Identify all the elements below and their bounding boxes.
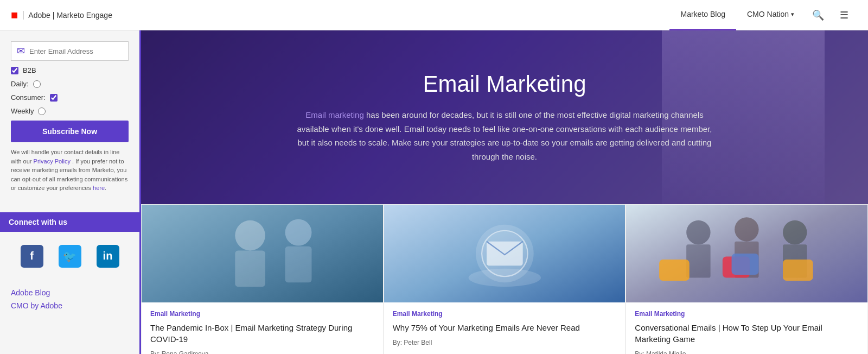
svg-point-1 xyxy=(235,220,265,251)
linkedin-link[interactable]: in xyxy=(97,245,119,268)
svg-rect-17 xyxy=(659,260,690,281)
brand-name: Adobe | Marketo Engage xyxy=(23,11,112,20)
b2b-row: B2B xyxy=(11,66,129,74)
article-image-covid xyxy=(142,205,383,302)
email-input-wrap[interactable]: ✉ xyxy=(11,41,129,61)
article-title[interactable]: Why 75% of Your Marketing Emails Are Nev… xyxy=(393,322,617,333)
b2b-label: B2B xyxy=(23,66,36,74)
article-image-conv xyxy=(626,205,867,302)
cmo-adobe-link[interactable]: CMO by Adobe xyxy=(11,301,129,310)
facebook-link[interactable]: f xyxy=(21,245,43,268)
svg-point-9 xyxy=(468,269,540,287)
navbar: ■ Adobe | Marketo Engage Marketo Blog CM… xyxy=(0,0,868,30)
search-button[interactable]: 🔍 xyxy=(805,0,831,30)
b2b-checkbox[interactable] xyxy=(11,67,18,74)
email-icon: ✉ xyxy=(17,45,25,57)
email-input[interactable] xyxy=(29,47,123,55)
article-card[interactable]: Email Marketing Why 75% of Your Marketin… xyxy=(384,204,626,354)
article-tag: Email Marketing xyxy=(150,310,374,318)
article-body: Email Marketing Why 75% of Your Marketin… xyxy=(384,302,626,352)
daily-radio[interactable] xyxy=(33,80,41,88)
svg-rect-4 xyxy=(285,246,312,283)
svg-rect-12 xyxy=(686,244,710,277)
article-card[interactable]: Email Marketing Conversational Emails | … xyxy=(626,204,868,354)
connect-banner: Connect with us xyxy=(0,212,139,232)
weekly-radio[interactable] xyxy=(38,108,46,115)
weekly-label: Weekly xyxy=(11,107,34,115)
subscribe-button[interactable]: Subscribe Now xyxy=(11,121,129,142)
articles-grid: Email Marketing The Pandemic In-Box | Em… xyxy=(141,204,868,354)
hero-description: Email marketing has been around for deca… xyxy=(293,108,716,163)
article-author: By: Matilda Miglio xyxy=(635,350,859,354)
adobe-icon: ■ xyxy=(11,8,18,22)
article-author: By: Peter Bell xyxy=(393,339,617,346)
svg-rect-20 xyxy=(783,260,813,281)
article-body: Email Marketing Conversational Emails | … xyxy=(626,302,867,354)
customize-link[interactable]: here xyxy=(93,185,105,191)
svg-point-15 xyxy=(783,220,807,244)
svg-point-13 xyxy=(735,217,758,241)
svg-point-11 xyxy=(686,220,710,244)
hero-title: Email Marketing xyxy=(293,71,716,97)
weekly-row: Weekly xyxy=(11,107,129,115)
twitter-link[interactable]: 🐦 xyxy=(59,245,81,268)
consumer-checkbox[interactable] xyxy=(50,94,58,102)
social-icons: f 🐦 in xyxy=(11,241,129,272)
article-body: Email Marketing The Pandemic In-Box | Em… xyxy=(142,302,383,354)
article-author: By: Rena Gadimova xyxy=(150,350,374,354)
article-image-email xyxy=(384,205,626,302)
article-card[interactable]: Email Marketing The Pandemic In-Box | Em… xyxy=(141,204,384,354)
menu-button[interactable]: ☰ xyxy=(831,0,857,30)
main-content: Email Marketing Email marketing has been… xyxy=(141,30,868,354)
nav-cmo-nation[interactable]: CMO Nation xyxy=(736,0,805,30)
page-wrapper: ✉ B2B Daily: Consumer: Weekly Subscribe … xyxy=(0,30,868,354)
svg-point-3 xyxy=(285,219,312,246)
adobe-logo[interactable]: ■ Adobe | Marketo Engage xyxy=(11,8,112,22)
navbar-brand: ■ Adobe | Marketo Engage xyxy=(11,8,112,22)
consumer-row: Consumer: xyxy=(11,93,129,102)
navbar-links: Marketo Blog CMO Nation 🔍 ☰ xyxy=(669,0,857,30)
article-title[interactable]: Conversational Emails | How To Step Up Y… xyxy=(635,322,859,345)
sidebar: ✉ B2B Daily: Consumer: Weekly Subscribe … xyxy=(0,30,141,354)
privacy-policy-link[interactable]: Privacy Policy xyxy=(34,158,71,165)
nav-marketo-blog[interactable]: Marketo Blog xyxy=(669,0,736,30)
daily-row: Daily: xyxy=(11,80,129,88)
consumer-label: Consumer: xyxy=(11,93,46,102)
hero-section: Email Marketing Email marketing has been… xyxy=(141,30,868,204)
hero-highlight: Email marketing xyxy=(305,110,364,119)
adobe-blog-link[interactable]: Adobe Blog xyxy=(11,288,129,297)
hero-content: Email Marketing Email marketing has been… xyxy=(293,71,716,163)
svg-rect-2 xyxy=(235,250,265,287)
article-tag: Email Marketing xyxy=(635,310,859,318)
article-tag: Email Marketing xyxy=(393,310,617,318)
article-title[interactable]: The Pandemic In-Box | Email Marketing St… xyxy=(150,322,374,345)
privacy-notice: We will handle your contact details in l… xyxy=(11,148,129,193)
svg-rect-19 xyxy=(732,254,759,275)
daily-label: Daily: xyxy=(11,80,29,88)
subscribe-form: ✉ B2B Daily: Consumer: Weekly Subscribe … xyxy=(11,41,129,193)
sidebar-footer-links: Adobe Blog CMO by Adobe xyxy=(11,288,129,310)
